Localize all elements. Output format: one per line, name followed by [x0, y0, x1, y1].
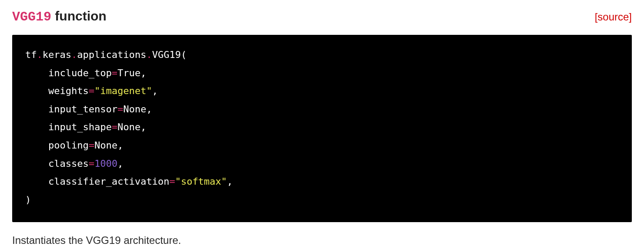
function-name: VGG19 [12, 10, 51, 24]
section-header: VGG19 function [source] [12, 9, 632, 24]
heading-suffix: function [51, 9, 107, 23]
description-text: Instantiates the VGG19 architecture. [12, 234, 632, 247]
code-content: tf.keras.applications.VGG19( include_top… [25, 49, 233, 205]
function-heading: VGG19 function [12, 9, 107, 24]
source-link[interactable]: [source] [595, 11, 632, 23]
code-block: tf.keras.applications.VGG19( include_top… [12, 35, 632, 222]
